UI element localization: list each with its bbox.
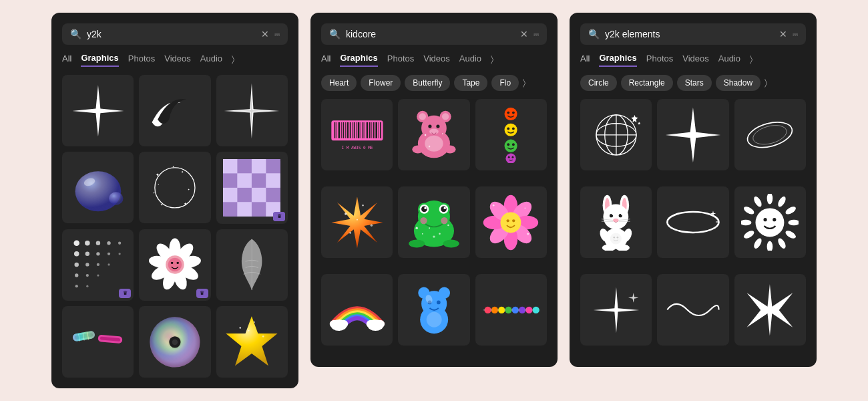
tab-graphics[interactable]: Graphics [81,53,118,67]
svg-point-224 [789,219,799,225]
svg-point-142 [424,207,426,209]
item-gold-star[interactable] [216,306,288,378]
svg-point-164 [512,219,515,222]
item-pink-bear[interactable] [398,99,469,170]
item-bunny[interactable] [580,186,652,258]
svg-point-105 [419,113,426,120]
item-halftone[interactable]: ♛ [62,229,134,301]
item-sparkle-sm1[interactable] [580,274,652,346]
svg-rect-94 [366,122,368,138]
item-green-frog[interactable] [398,186,469,258]
item-starburst-sm[interactable] [734,274,806,346]
item-emoji-faces[interactable] [475,99,547,170]
svg-point-180 [427,311,442,327]
tabs-more[interactable]: 〉 [232,54,234,65]
svg-point-215 [602,244,616,251]
svg-text:I M  AW3S 0 ME: I M AW3S 0 ME [341,145,373,150]
svg-rect-88 [354,122,355,138]
tab-audio-2[interactable]: Audio [459,53,481,66]
tab-all-3[interactable]: All [580,53,590,66]
svg-rect-92 [362,122,363,138]
svg-point-202 [604,204,629,229]
item-pink-flower[interactable] [475,186,547,258]
svg-text:✦: ✦ [184,202,187,206]
chips-more[interactable]: 〉 [523,78,525,88]
clear-icon-2[interactable]: ✕ [520,29,528,39]
chips-more-3[interactable]: 〉 [765,78,767,88]
svg-point-76 [262,336,264,338]
chip-shadow[interactable]: Shadow [716,75,761,91]
tab-all-2[interactable]: All [321,53,331,66]
graphics-grid-kidcore: I M AW3S 0 ME [321,99,547,356]
item-feather[interactable] [216,229,288,301]
item-checker[interactable]: ♛ [216,152,288,223]
svg-rect-84 [345,122,346,138]
chip-flower[interactable]: Flower [361,75,401,91]
tab-videos-2[interactable]: Videos [423,53,450,66]
tabs-kidcore: All Graphics Photos Videos Audio 〉 [321,53,547,67]
tabs-more-2[interactable]: 〉 [491,54,493,65]
svg-point-43 [75,274,78,277]
tabs-more-3[interactable]: 〉 [750,54,752,65]
tab-videos-3[interactable]: Videos [682,53,709,66]
item-globe[interactable] [580,99,652,170]
tab-audio[interactable]: Audio [200,53,222,66]
chip-flo[interactable]: Flo [491,75,519,91]
chip-butterfly[interactable]: Butterfly [405,75,450,91]
item-halo[interactable] [734,99,806,170]
tab-graphics-3[interactable]: Graphics [599,53,636,67]
item-clips[interactable] [62,306,134,378]
chip-stars[interactable]: Stars [677,75,712,91]
tab-photos[interactable]: Photos [128,53,155,66]
clear-icon-3[interactable]: ✕ [779,29,787,39]
item-barcode[interactable]: I M AW3S 0 ME [321,99,393,170]
chip-circle[interactable]: Circle [580,75,617,91]
svg-point-165 [493,204,495,206]
tab-audio-3[interactable]: Audio [718,53,740,66]
chip-heart[interactable]: Heart [321,75,357,91]
svg-point-122 [512,127,515,130]
item-cd[interactable] [139,306,210,378]
item-sun-smiley[interactable] [734,186,806,258]
item-crescent[interactable] [139,75,210,146]
crown-badge-halftone: ♛ [119,289,131,298]
svg-point-229 [743,229,756,240]
filter-icon-2[interactable]: ⎓ [533,29,539,39]
svg-point-120 [505,123,517,136]
search-input-y2k-elements[interactable] [605,29,774,39]
tab-photos-2[interactable]: Photos [387,53,414,66]
filter-chips-y2k-elements: Circle Rectangle Stars Shadow 〉 [580,75,806,91]
item-star-circle[interactable]: ✦ ✦ ✦ ✦ ✦ ✦ ✦ ✦ [139,152,210,223]
item-starburst-white[interactable] [216,75,288,146]
item-sparkle-4pt[interactable] [62,75,134,146]
svg-point-109 [436,124,439,128]
chip-rectangle[interactable]: Rectangle [621,75,673,91]
item-oval-ring[interactable] [657,186,728,258]
svg-rect-22 [238,188,252,202]
item-daisy[interactable]: ♛ [139,229,210,301]
clear-icon[interactable]: ✕ [261,29,269,39]
svg-rect-99 [378,122,379,138]
search-input-kidcore[interactable] [346,29,515,39]
search-input-y2k[interactable] [87,29,256,39]
item-beads[interactable] [475,274,547,346]
svg-point-121 [507,127,510,130]
filter-icon[interactable]: ⎓ [274,29,280,39]
item-sparkle-4pt-lg[interactable] [657,99,728,170]
item-orange-star[interactable] [321,186,393,258]
item-blue-bear[interactable] [398,274,469,346]
tab-photos-3[interactable]: Photos [646,53,673,66]
tab-graphics-2[interactable]: Graphics [340,53,377,67]
item-rainbow[interactable] [321,274,393,346]
item-bubble[interactable] [62,152,134,223]
svg-rect-27 [252,202,266,216]
svg-point-221 [767,194,773,204]
item-swirl[interactable] [657,274,728,346]
svg-rect-68 [72,330,95,342]
tab-all[interactable]: All [62,53,71,66]
filter-icon-3[interactable]: ⎓ [793,29,798,39]
chip-tape[interactable]: Tape [454,75,487,91]
svg-point-230 [741,219,751,225]
tab-videos[interactable]: Videos [164,53,191,66]
svg-text:✦: ✦ [161,203,164,207]
